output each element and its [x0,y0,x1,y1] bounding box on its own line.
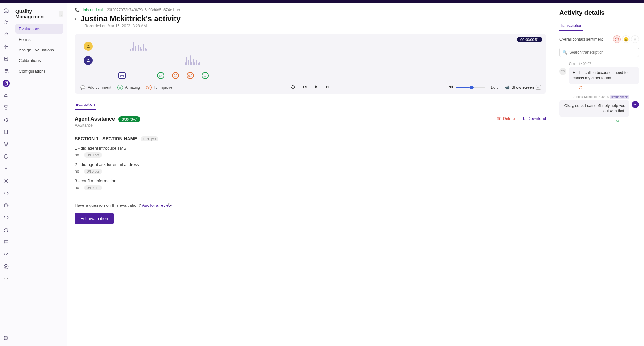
inbound-call-icon: 📞 [75,8,80,12]
audio-player: 00:00/00:51 ▭ ☺ [75,34,546,94]
volume-control[interactable] [448,84,485,90]
player-controls: 💬Add comment ☺Amazing ☹To improve 1x ⌄ 📹… [80,81,541,90]
contact-avatar [84,42,93,51]
section-title: SECTION 1 - SECTION NAME [75,136,137,141]
amazing-button[interactable]: ☺Amazing [117,85,140,90]
tab-transcription[interactable]: Transcription [559,22,583,31]
nav-evaluations[interactable]: Evaluations [15,24,63,34]
brain-icon[interactable] [3,214,10,221]
ask-review-link[interactable]: Ask for a review [142,203,172,208]
users-icon[interactable] [3,19,10,26]
search-transcription[interactable]: 🔍 [559,48,639,57]
message-bubble: Okay, sure, I can definitely help you ou… [559,100,629,117]
announce-icon[interactable] [3,116,10,123]
chat-icon[interactable] [3,239,10,246]
collapse-icon[interactable]: ⟨ [59,11,63,17]
positive-marker[interactable]: ☺ [157,72,164,79]
negative-marker[interactable]: ☹ [172,72,179,79]
add-comment-button[interactable]: 💬Add comment [80,85,111,90]
svg-point-26 [7,338,8,338]
volume-icon[interactable] [448,84,453,90]
contact-track [88,40,541,53]
replay-button[interactable] [290,84,296,90]
svg-point-28 [5,339,6,340]
sliders-icon[interactable] [3,43,10,50]
message-sentiment-icon: ☹ [579,86,639,90]
trash-icon: 🗑 [497,116,501,121]
answer-value: no [75,186,79,190]
apps-grid-icon[interactable] [3,334,10,341]
nav-configurations[interactable]: Configurations [15,66,63,76]
svg-point-23 [7,336,8,337]
download-button[interactable]: ⬇Download [522,116,546,121]
tab-evaluation[interactable]: Evaluation [75,99,96,110]
expand-icon[interactable]: ⤢ [536,85,541,90]
dashboard-icon[interactable] [3,251,10,258]
shield-icon[interactable] [3,153,10,160]
gear-icon[interactable] [3,178,10,185]
nav-assign[interactable]: Assign Evaluations [15,45,63,55]
clipboard-icon[interactable] [3,80,10,87]
question-item: 3 - confirm information no 0/10 pts [75,178,546,190]
play-button[interactable] [314,84,319,90]
more-icon[interactable]: ⋯ [3,275,10,282]
search-input[interactable] [569,50,636,55]
contact-icon[interactable] [3,55,10,62]
svg-point-8 [6,69,8,71]
svg-point-21 [4,336,5,337]
compass-icon[interactable] [3,263,10,270]
camera-icon: 📹 [505,85,510,90]
sidebar-title: Quality Management ⟨ [15,8,63,19]
home-icon[interactable] [3,6,10,14]
answer-points: 0/10 pts [84,185,102,190]
answer-points: 0/10 pts [84,169,102,174]
negative-marker-2[interactable]: ☹ [187,72,194,79]
nav-calibrations[interactable]: Calibrations [15,56,63,66]
svg-point-14 [7,142,8,143]
eval-name: Agent Assitance [75,116,115,122]
sentiment-row: Overall contact sentiment ☹ 😐 ☺ [559,35,639,43]
edit-evaluation-button[interactable]: Edit evaluation [75,213,114,224]
message-bubble: Hi, I'm calling because I need to cancel… [569,67,639,84]
code-icon[interactable] [3,190,10,197]
trophy-icon[interactable] [3,104,10,111]
section-1: SECTION 1 - SECTION NAME 0/30 pts 1 - di… [75,136,546,190]
review-prompt: Have a question on this evaluation? Ask … [75,198,546,208]
speed-selector[interactable]: 1x ⌄ [491,85,499,90]
book-icon[interactable] [3,129,10,136]
link-icon[interactable] [3,31,10,38]
nav-forms[interactable]: Forms [15,34,63,44]
icon-rail: ⋯ [0,3,12,346]
agent-avatar [84,56,93,65]
message-meta: Justina Mckittrick • 00:16status check [559,95,629,99]
headset-icon[interactable] [3,226,10,233]
playback-controls [290,84,330,90]
answer-value: no [75,169,79,174]
positive-marker-2[interactable]: ☺ [202,72,209,79]
group-icon[interactable] [3,92,10,99]
note-marker[interactable]: ▭ [118,72,126,79]
svg-point-29 [7,339,8,340]
flow-icon[interactable] [3,141,10,148]
details-title: Activity details [559,9,639,16]
to-improve-button[interactable]: ☹To improve [146,85,173,90]
answer-value: no [75,153,79,157]
copy-icon[interactable]: ⧉ [177,8,180,12]
next-button[interactable] [325,84,330,90]
crumb-row: 📞 Inbound call 20f2077973b743679e6c93d6d… [75,8,546,12]
delete-button[interactable]: 🗑Delete [497,116,515,121]
message-avatar: CO [559,68,566,75]
sentiment-negative[interactable]: ☹ [613,35,621,43]
sentiment-positive[interactable]: ☺ [631,35,639,43]
waveform-tracks[interactable] [80,39,541,71]
question-text: 3 - confirm information [75,178,546,183]
signal-icon[interactable] [3,165,10,172]
back-button[interactable]: ‹ [75,15,77,22]
call-id: 20f2077973b743679e6c93d6d5b674e1 [107,8,175,12]
puzzle-icon[interactable] [3,202,10,209]
sentiment-neutral[interactable]: 😐 [622,35,630,43]
volume-slider[interactable] [456,87,485,88]
prev-button[interactable] [302,84,307,90]
svg-point-22 [5,336,6,337]
team-icon[interactable] [3,68,10,75]
